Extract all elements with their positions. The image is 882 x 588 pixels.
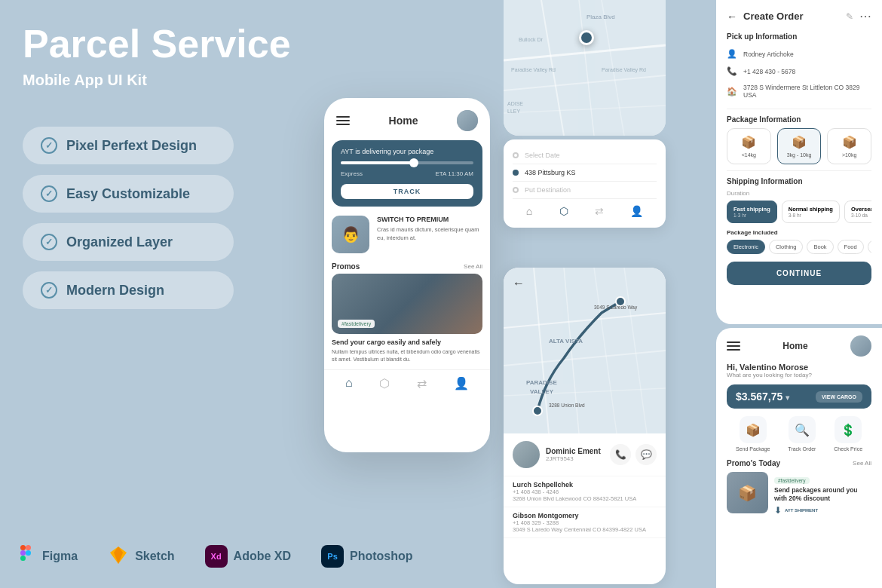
driver-actions: 📞 💬 (610, 444, 657, 465)
info-row-phone: 📞 +1 428 430 - 5678 (727, 63, 871, 80)
map-2-bg: ALTA VISTA PARADISE VALLEY 3288 Union Bl… (504, 268, 666, 433)
feature-pixel: Pixel Perfext Design (23, 127, 234, 164)
home2-see-all[interactable]: See All (853, 460, 871, 467)
svg-text:Paradise Valley Rd: Paradise Valley Rd (511, 67, 556, 73)
continue-button[interactable]: CONTINUE (727, 262, 871, 285)
track-button[interactable]: TRACK (341, 184, 473, 199)
tool-sketch: Sketch (108, 544, 174, 568)
message-button[interactable]: 💬 (635, 444, 657, 465)
promos-today-header: Promo's Today See All (727, 459, 871, 467)
nav-box-icon[interactable]: ⬡ (379, 376, 390, 390)
back-button-map2[interactable]: ← (513, 277, 525, 290)
nav-home-small[interactable]: ⌂ (526, 205, 532, 217)
svg-point-26 (533, 406, 542, 415)
promo-card-content: #fastdelivery Send packages around you w… (774, 472, 871, 516)
send-package-label: Send Package (736, 446, 770, 452)
inc-food[interactable]: Food (838, 240, 864, 254)
delivery-text: AYT is delivering your package (341, 148, 473, 155)
ps-icon: Ps (321, 545, 344, 568)
promos-today-label: Promo's Today (727, 459, 780, 467)
sketch-label: Sketch (135, 550, 174, 563)
nav-route-icon[interactable]: ⇄ (417, 376, 427, 390)
panel-header-left: ← Create Order (727, 11, 803, 23)
sender1-info: Lurch Schpellchek +1 408 438 - 4246 3268… (504, 476, 666, 507)
promos-header: Promos See All (324, 259, 490, 274)
ship-normal-label: Normal shipping (789, 206, 833, 213)
phone1-nav: ⌂ ⬡ ⇄ 👤 (324, 369, 490, 398)
svg-text:VALLEY: VALLEY (530, 388, 554, 395)
hamburger-menu-2[interactable] (727, 341, 740, 351)
delivery-meta: Express ETA 11:30 AM (341, 170, 473, 177)
feature-easy: Easy Customizable (23, 175, 234, 213)
pkg-opt-medium[interactable]: 📦 3kg - 10kg (777, 128, 822, 164)
sender2-address: 3049 S Laredo Way Centennial CO 84399-48… (513, 526, 657, 533)
svg-line-12 (504, 106, 666, 113)
date-placeholder: Select Date (525, 152, 560, 159)
feature-list: Pixel Perfext Design Easy Customizable O… (23, 127, 309, 309)
hamburger-menu[interactable] (336, 116, 350, 125)
nav-box-small[interactable]: ⬡ (559, 205, 568, 217)
track-order-label: Track Order (788, 446, 816, 452)
more-menu-icon[interactable]: ⋯ (859, 9, 871, 23)
inc-electronic[interactable]: Electronic (727, 240, 765, 254)
feature-text-easy: Easy Customizable (66, 186, 190, 202)
check-icon-easy (41, 185, 57, 202)
home2-sub: What are you looking for today? (727, 372, 871, 378)
svg-text:3049 S Laredo Way: 3049 S Laredo Way (594, 305, 638, 311)
contact-phone: +1 428 430 - 5678 (743, 68, 795, 75)
phone-mockup-1: Home AYT is delivering your package Expr… (324, 98, 490, 452)
create-order-header: ← Create Order ✎ ⋯ (727, 9, 871, 23)
nav-home-icon[interactable]: ⌂ (345, 376, 353, 390)
edit-icon[interactable]: ✎ (846, 11, 853, 22)
sender1-name: Lurch Schpellchek (513, 481, 657, 488)
nav-profile-small[interactable]: 👤 (630, 205, 643, 217)
feature-text-pixel: Pixel Perfext Design (66, 138, 197, 154)
left-section: Parcel Service Mobile App UI Kit Pixel P… (23, 23, 309, 309)
promo-card-today: 📦 #fastdelivery Send packages around you… (727, 472, 871, 516)
send-package-icon[interactable]: 📦 (740, 416, 767, 443)
origin-text: 438 Pittsburg KS (525, 169, 576, 176)
feature-organized: Organized Layer (23, 223, 234, 261)
form-row-date: Select Date (513, 147, 657, 164)
svg-text:ADISE: ADISE (507, 101, 523, 106)
check-price-icon[interactable]: 💲 (835, 416, 862, 443)
premium-texts: SWITCH TO PREMIUM Cras id mauris dictum,… (377, 216, 482, 242)
nav-profile-icon[interactable]: 👤 (454, 376, 469, 390)
ship-fast[interactable]: Fast shipping 1-3 hr (727, 201, 777, 223)
ayt-icon: ⬇ (774, 505, 782, 516)
premium-body: Cras id mauris dictum, scelerisque quam … (377, 226, 482, 242)
ship-overseas[interactable]: Overseas 3-10 da (844, 201, 871, 223)
progress-bar (341, 161, 473, 164)
premium-image: 👨 (332, 216, 369, 253)
pkg-opt-small[interactable]: 📦 <14kg (727, 128, 771, 164)
qa-track: 🔍 Track Order (788, 416, 816, 452)
sender2-phone: +1 408 329 - 3288 (513, 519, 657, 526)
back-arrow-icon[interactable]: ← (727, 11, 737, 23)
progress-fill (341, 161, 414, 164)
form-row-origin[interactable]: 438 Pittsburg KS (513, 164, 657, 182)
svg-text:3288 Union Blvd: 3288 Union Blvd (549, 403, 585, 408)
premium-section: 👨 SWITCH TO PREMIUM Cras id mauris dictu… (324, 210, 490, 259)
promo-image: #fastdelivery (332, 274, 482, 334)
inc-book[interactable]: Book (807, 240, 833, 254)
track-order-icon[interactable]: 🔍 (789, 416, 816, 443)
see-all-button[interactable]: See All (464, 263, 482, 270)
tool-figma: Figma (15, 544, 78, 569)
sub-title: Mobile App UI Kit (23, 72, 309, 89)
nav-route-small[interactable]: ⇄ (595, 205, 604, 217)
call-button[interactable]: 📞 (610, 444, 631, 465)
form-dot-date (513, 152, 519, 158)
map-pin-1 (579, 30, 594, 45)
pkg-opt-large[interactable]: 📦 >10kg (827, 128, 871, 164)
form-dot-dest (513, 187, 519, 193)
inc-other[interactable]: Oth (868, 240, 871, 254)
svg-line-25 (624, 268, 647, 433)
svg-text:Plaza Blvd: Plaza Blvd (586, 14, 615, 20)
view-cargo-button[interactable]: VIEW CARGO (816, 391, 862, 403)
ship-normal[interactable]: Normal shipping 3-8 hr (782, 201, 840, 223)
inc-clothing[interactable]: Clothing (769, 240, 804, 254)
sketch-icon (108, 544, 129, 568)
promo-thumb-today: 📦 (727, 472, 768, 513)
promo-tag: #fastdelivery (338, 320, 375, 328)
contact-address: 3728 S Windermere St Littleton CO 3829 U… (743, 84, 871, 99)
